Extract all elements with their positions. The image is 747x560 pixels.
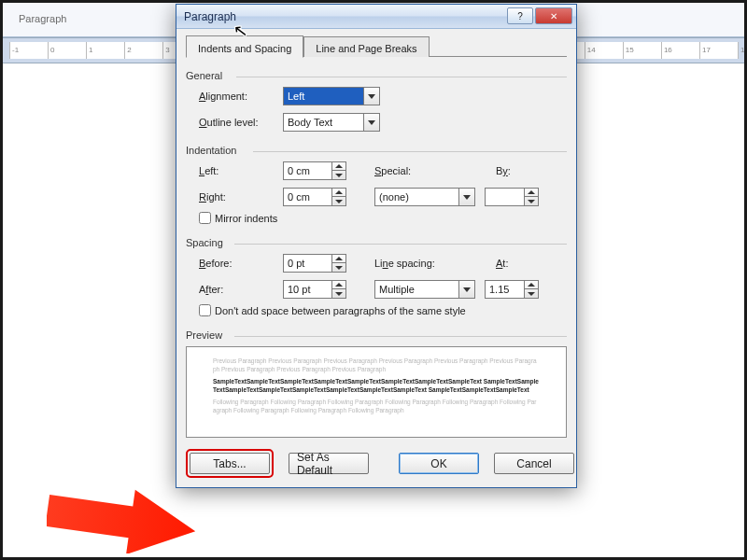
group-spacing: Spacing	[186, 237, 567, 248]
close-button[interactable]: ✕	[535, 7, 572, 24]
indent-right-label: Right:	[199, 191, 274, 203]
chevron-down-icon[interactable]	[363, 88, 379, 105]
spinner-arrows-icon[interactable]	[331, 162, 345, 179]
help-button[interactable]: ?	[507, 7, 533, 24]
chevron-down-icon[interactable]	[458, 281, 474, 298]
indent-left-spin[interactable]: 0 cm	[283, 161, 346, 180]
no-add-space-input[interactable]	[199, 304, 211, 316]
ruler-tick: 14	[585, 42, 596, 59]
spinner-arrows-icon[interactable]	[524, 281, 538, 298]
ruler-tick: 16	[661, 42, 672, 59]
by-label: By:	[496, 165, 533, 176]
at-spin[interactable]: 1.15	[485, 280, 539, 299]
set-default-button[interactable]: Set As Default	[289, 453, 369, 474]
alignment-value: Left	[288, 91, 304, 102]
ruler-tick: 0	[48, 42, 54, 59]
by-spin[interactable]	[485, 188, 539, 206]
cancel-button[interactable]: Cancel	[494, 453, 574, 474]
linespacing-value: Multiple	[379, 284, 415, 295]
outline-level-label: Outline level:	[199, 117, 274, 128]
before-spin[interactable]: 0 pt	[283, 254, 346, 273]
preview-body-text: SampleTextSampleTextSampleTextSampleText…	[213, 377, 540, 394]
mirror-indents-input[interactable]	[199, 212, 211, 224]
spinner-arrows-icon[interactable]	[524, 189, 538, 205]
indent-left-label: Left:	[199, 165, 274, 176]
preview-after-text: Following Paragraph Following Paragraph …	[213, 398, 540, 414]
no-add-space-checkbox[interactable]: Don't add space between paragraphs of th…	[199, 304, 466, 316]
indent-left-value: 0 cm	[288, 165, 310, 176]
at-label: At:	[496, 258, 524, 269]
alignment-label: Alignment:	[199, 91, 274, 102]
ok-button[interactable]: OK	[399, 453, 479, 474]
special-combo[interactable]: (none)	[374, 188, 475, 206]
ruler-tick: 2	[124, 42, 131, 59]
ruler-tick: -1	[9, 42, 19, 59]
special-label: Special:	[374, 165, 430, 176]
spinner-arrows-icon[interactable]	[331, 281, 345, 298]
ruler-tick: 15	[623, 42, 634, 59]
linespacing-combo[interactable]: Multiple	[374, 280, 475, 299]
after-value: 10 pt	[288, 284, 310, 295]
before-value: 0 pt	[288, 258, 304, 269]
mirror-indents-checkbox[interactable]: Mirror indents	[199, 212, 277, 224]
ribbon-group-label: Paragraph	[19, 13, 66, 24]
mirror-indents-label: Mirror indents	[215, 213, 277, 224]
outline-level-combo[interactable]: Body Text	[283, 113, 380, 132]
alignment-combo[interactable]: Left	[283, 87, 380, 105]
tab-line-page-breaks[interactable]: Line and Page Breaks	[303, 36, 429, 57]
outline-level-value: Body Text	[288, 117, 332, 128]
spinner-arrows-icon[interactable]	[331, 189, 345, 205]
linespacing-label: Line spacing:	[374, 258, 447, 269]
chevron-down-icon[interactable]	[363, 114, 379, 131]
indent-right-value: 0 cm	[288, 191, 310, 203]
group-general: General	[186, 70, 567, 81]
group-indentation: Indentation	[186, 145, 567, 156]
chevron-down-icon[interactable]	[458, 189, 474, 205]
before-label: Before:	[199, 258, 274, 269]
special-value: (none)	[379, 191, 409, 203]
no-add-space-label: Don't add space between paragraphs of th…	[215, 305, 466, 316]
svg-marker-0	[47, 488, 196, 553]
ruler-tick: 18	[738, 42, 747, 59]
group-preview: Preview	[186, 329, 567, 341]
spinner-arrows-icon[interactable]	[331, 255, 345, 272]
mouse-cursor-icon: ↖	[233, 20, 249, 42]
annotation-arrow-icon	[47, 488, 196, 553]
preview-box: Previous Paragraph Previous Paragraph Pr…	[186, 346, 567, 438]
paragraph-dialog: Paragraph ? ✕ Indents and Spacing Line a…	[176, 4, 577, 488]
preview-before-text: Previous Paragraph Previous Paragraph Pr…	[213, 357, 540, 373]
tabs-button[interactable]: Tabs...	[190, 453, 270, 474]
dialog-title: Paragraph	[184, 10, 236, 23]
after-label: After:	[199, 284, 274, 295]
at-value: 1.15	[489, 284, 509, 295]
ruler-tick: 3	[162, 42, 169, 59]
after-spin[interactable]: 10 pt	[283, 280, 346, 299]
tabs-button-highlight: Tabs...	[186, 449, 274, 478]
ruler-tick: 17	[699, 42, 711, 59]
indent-right-spin[interactable]: 0 cm	[283, 188, 346, 206]
ruler-tick: 1	[86, 42, 92, 59]
